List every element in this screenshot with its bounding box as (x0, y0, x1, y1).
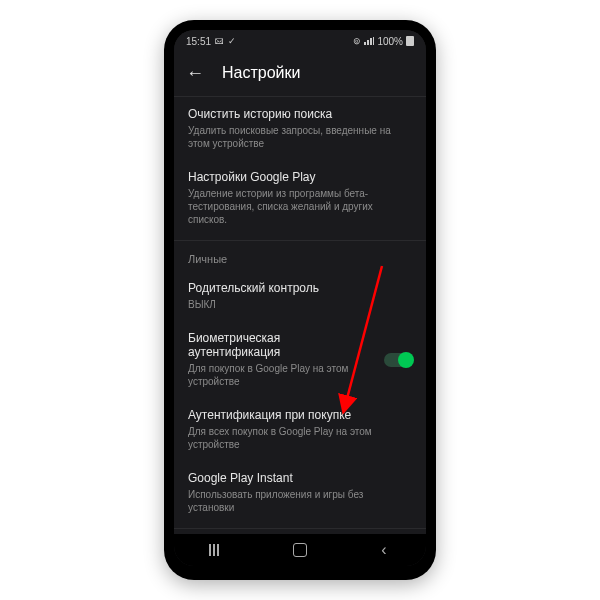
setting-biometric-auth[interactable]: Биометрическая аутентификация Для покупо… (174, 321, 426, 398)
nav-home-button[interactable] (280, 543, 320, 557)
battery-icon (406, 36, 414, 46)
navigation-bar: ‹ (174, 534, 426, 566)
setting-google-play-settings[interactable]: Настройки Google Play Удаление истории и… (174, 160, 426, 236)
setting-title: Родительский контроль (188, 281, 412, 295)
setting-title: Google Play Instant (188, 471, 412, 485)
setting-purchase-authentication[interactable]: Аутентификация при покупке Для всех поку… (174, 398, 426, 461)
setting-parental-control[interactable]: Родительский контроль ВЫКЛ (174, 271, 426, 321)
battery-percent: 100% (377, 36, 403, 47)
setting-clear-search-history[interactable]: Очистить историю поиска Удалить поисковы… (174, 96, 426, 160)
page-title: Настройки (222, 64, 300, 82)
toggle-knob (398, 352, 414, 368)
setting-google-play-instant[interactable]: Google Play Instant Использовать приложе… (174, 461, 426, 524)
setting-title: Настройки Google Play (188, 170, 412, 184)
setting-subtitle: Удаление истории из программы бета-тести… (188, 187, 412, 226)
nav-recent-button[interactable] (196, 544, 236, 556)
signal-icon (364, 37, 374, 45)
setting-subtitle: ВЫКЛ (188, 298, 412, 311)
biometric-toggle[interactable] (384, 353, 412, 367)
screen: 15:51 🖂 ✓ ⊚ 100% ← Настройки Очистить ис… (174, 30, 426, 566)
status-time: 15:51 (186, 36, 211, 47)
back-button[interactable]: ← (186, 63, 204, 84)
setting-subtitle: Использовать приложения и игры без устан… (188, 488, 412, 514)
setting-title: Аутентификация при покупке (188, 408, 412, 422)
phone-frame: 15:51 🖂 ✓ ⊚ 100% ← Настройки Очистить ис… (164, 20, 436, 580)
settings-content[interactable]: Очистить историю поиска Удалить поисковы… (174, 94, 426, 534)
setting-title: Очистить историю поиска (188, 107, 412, 121)
setting-title: Биометрическая аутентификация (188, 331, 374, 359)
section-header-personal: Личные (174, 240, 426, 271)
setting-subtitle: Для покупок в Google Play на этом устрой… (188, 362, 374, 388)
status-bar: 15:51 🖂 ✓ ⊚ 100% (174, 30, 426, 52)
wifi-icon: ⊚ (353, 36, 361, 46)
setting-subtitle: Удалить поисковые запросы, введенные на … (188, 124, 412, 150)
notification-icon-2: ✓ (228, 36, 236, 46)
notification-icon: 🖂 (215, 36, 224, 46)
setting-subtitle: Для всех покупок в Google Play на этом у… (188, 425, 412, 451)
header: ← Настройки (174, 52, 426, 94)
nav-back-button[interactable]: ‹ (364, 541, 404, 559)
